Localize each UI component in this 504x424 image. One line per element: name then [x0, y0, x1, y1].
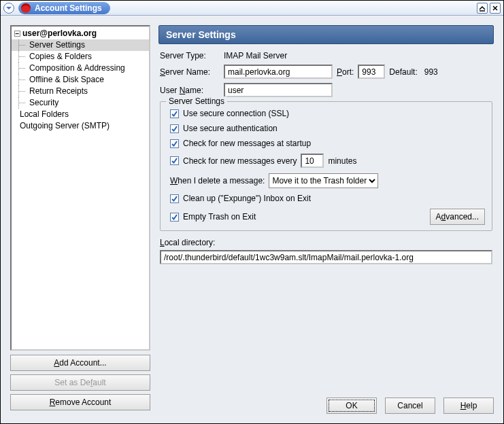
check-startup-label: Check for new messages at startup [183, 139, 311, 148]
redhat-icon [21, 3, 31, 13]
account-settings-window: Account Settings −user@perlovka.org Serv… [0, 0, 504, 424]
default-port-value: 993 [424, 67, 438, 77]
sidebar: −user@perlovka.org Server Settings Copie… [10, 25, 150, 414]
check-every-label-pre: Check for new messages every [183, 156, 297, 166]
expunge-label: Clean up ("Expunge") Inbox on Exit [183, 194, 311, 203]
ssl-label: Use secure connection (SSL) [183, 109, 289, 118]
local-directory-label: Local directory: [160, 238, 492, 247]
window-title: Account Settings [18, 2, 110, 14]
add-account-button[interactable]: Add Account... [10, 355, 150, 371]
form-area: Server Type: IMAP Mail Server Server Nam… [158, 44, 494, 264]
cancel-button[interactable]: Cancel [385, 398, 435, 414]
minimize-button[interactable] [477, 3, 488, 14]
empty-trash-checkbox[interactable] [170, 213, 179, 222]
empty-trash-label: Empty Trash on Exit [183, 212, 256, 222]
server-name-input[interactable] [224, 65, 333, 79]
tree-item-local-folders[interactable]: Local Folders [12, 109, 149, 120]
tree-item-composition[interactable]: Composition & Addressing [12, 63, 149, 74]
ok-button[interactable]: OK [326, 398, 377, 414]
tree-item-return-receipts[interactable]: Return Receipts [12, 86, 149, 97]
close-button[interactable] [490, 3, 501, 14]
tree-item-outgoing-smtp[interactable]: Outgoing Server (SMTP) [12, 120, 149, 132]
check-every-checkbox[interactable] [170, 156, 179, 165]
content-area: −user@perlovka.org Server Settings Copie… [1, 16, 503, 423]
tree-item-security[interactable]: Security [12, 97, 149, 109]
check-every-label-post: minutes [328, 156, 356, 166]
tree-item-server-settings[interactable]: Server Settings [12, 39, 149, 51]
main-panel: Server Settings Server Type: IMAP Mail S… [158, 25, 494, 414]
set-default-button[interactable]: Set as Default [10, 374, 150, 391]
check-every-input[interactable] [301, 154, 324, 168]
titlebar: Account Settings [1, 1, 503, 16]
window-title-text: Account Settings [35, 3, 102, 13]
secure-auth-label: Use secure authentication [183, 124, 278, 133]
ssl-checkbox[interactable] [170, 109, 179, 118]
expunge-checkbox[interactable] [170, 194, 179, 203]
server-type-label: Server Type: [160, 51, 220, 60]
collapse-icon[interactable]: − [14, 31, 20, 37]
tree-account-root[interactable]: −user@perlovka.org [12, 28, 149, 39]
advanced-button[interactable]: Advanced... [430, 209, 485, 225]
delete-action-select[interactable]: Move it to the Trash folder [269, 173, 378, 188]
server-type-value: IMAP Mail Server [224, 51, 287, 60]
server-name-label: Server Name: [160, 67, 220, 77]
window-menu-icon[interactable] [3, 3, 14, 14]
tree-account-label: user@perlovka.org [22, 29, 97, 38]
sidebar-buttons: Add Account... Set as Default Remove Acc… [10, 355, 150, 414]
check-startup-checkbox[interactable] [170, 139, 179, 148]
port-label: Port: [337, 67, 354, 77]
secure-auth-checkbox[interactable] [170, 124, 179, 133]
port-input[interactable] [358, 65, 385, 79]
account-tree[interactable]: −user@perlovka.org Server Settings Copie… [10, 25, 150, 351]
remove-account-button[interactable]: Remove Account [10, 394, 150, 410]
help-button[interactable]: Help [443, 398, 494, 414]
user-name-label: User Name: [160, 86, 220, 95]
server-settings-legend: Server Settings [166, 96, 227, 106]
default-port-label: Default: [389, 67, 417, 77]
server-settings-group: Server Settings Use secure connection (S… [160, 101, 492, 231]
tree-item-copies-folders[interactable]: Copies & Folders [12, 51, 149, 63]
user-name-input[interactable] [224, 83, 333, 97]
dialog-buttons: OK Cancel Help [158, 391, 494, 414]
delete-action-label: When I delete a message: [170, 176, 265, 186]
local-directory-input[interactable] [160, 250, 492, 264]
tree-item-offline[interactable]: Offline & Disk Space [12, 74, 149, 86]
panel-title: Server Settings [158, 25, 494, 44]
